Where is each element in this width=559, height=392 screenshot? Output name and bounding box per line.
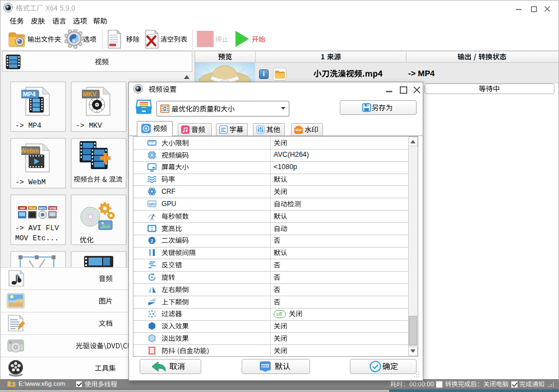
svg-text:MOV: MOV [39, 207, 47, 210]
svg-text:MKV: MKV [83, 91, 97, 97]
svg-text:MP4: MP4 [23, 91, 36, 97]
svg-text:2: 2 [151, 238, 154, 244]
svg-text:DEFAULT: DEFAULT [261, 365, 270, 367]
svg-text:FPS: FPS [150, 219, 155, 221]
svg-text:VOB: VOB [49, 207, 57, 210]
svg-text:AVI: AVI [20, 207, 25, 210]
svg-text:FLV: FLV [30, 207, 36, 210]
svg-text:GPU: GPU [149, 203, 155, 206]
svg-text:NEW: NEW [295, 129, 302, 132]
svg-text:Webm: Webm [21, 147, 39, 154]
